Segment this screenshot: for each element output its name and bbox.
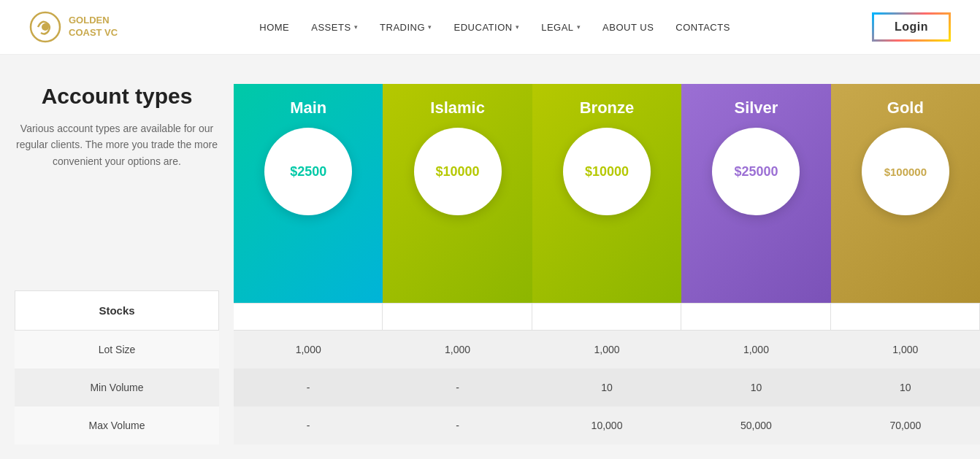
account-types-section: Account types Various account types are … [0,84,980,444]
lot-size-islamic: 1,000 [383,331,532,369]
lot-size-gold: 1,000 [831,331,980,369]
min-volume-bronze: 10 [532,369,681,406]
amount-gold: $100000 [884,166,927,178]
nav-assets[interactable]: ASSETS ▾ [311,22,358,33]
max-volume-main: - [234,406,383,444]
stocks-row-main [234,303,383,331]
account-col-gold: Gold $100000 1,000 10 70,000 [831,84,980,444]
login-button[interactable]: Login [872,12,951,42]
nav-legal[interactable]: LEGAL ▾ [541,22,581,33]
lot-size-silver: 1,000 [681,331,830,369]
amount-bronze: $10000 [585,164,629,180]
left-table: Lot Size Min Volume Max Volume [15,331,219,444]
main-nav: HOME ASSETS ▾ TRADING ▾ EDUCATION ▾ LEGA… [259,22,730,33]
logo-text: GOLDEN COAST VC [69,15,118,39]
account-name-silver: Silver [734,99,778,117]
section-title: Account types [15,84,219,109]
amount-silver: $25000 [734,164,778,180]
amount-circle-silver: $25000 [712,128,800,215]
amount-circle-bronze: $10000 [563,128,651,215]
stocks-row-gold [831,303,980,331]
min-volume-silver: 10 [681,369,830,406]
account-name-islamic: Islamic [430,99,485,117]
account-col-bronze: Bronze $10000 1,000 10 10,000 [532,84,681,444]
stocks-label: Stocks [15,290,219,331]
min-volume-main: - [234,369,383,406]
account-col-silver: Silver $25000 1,000 10 50,000 [681,84,830,444]
amount-islamic: $10000 [436,164,480,180]
row-label-lot-size: Lot Size [15,331,219,369]
account-header-bronze: Bronze $10000 [532,84,681,303]
amount-main: $2500 [290,164,326,180]
account-col-islamic: Islamic $10000 1,000 - - [383,84,532,444]
account-name-bronze: Bronze [580,99,635,117]
account-col-main: Main $2500 1,000 - - [234,84,383,444]
main-content: Account types Various account types are … [0,55,980,459]
svg-point-1 [42,23,49,31]
amount-circle-gold: $100000 [862,128,949,215]
max-volume-gold: 70,000 [831,406,980,444]
account-header-main: Main $2500 [234,84,383,303]
amount-circle-main: $2500 [264,128,352,215]
lot-size-bronze: 1,000 [532,331,681,369]
account-header-islamic: Islamic $10000 [383,84,532,303]
max-volume-bronze: 10,000 [532,406,681,444]
min-volume-gold: 10 [831,369,980,406]
nav-home[interactable]: HOME [259,22,289,33]
nav-education[interactable]: EDUCATION ▾ [454,22,520,33]
max-volume-silver: 50,000 [681,406,830,444]
account-header-silver: Silver $25000 [681,84,830,303]
account-name-gold: Gold [887,99,924,117]
logo[interactable]: GOLDEN COAST VC [29,11,118,43]
stocks-row-silver [681,303,830,331]
nav-trading[interactable]: TRADING ▾ [380,22,432,33]
section-desc: Various account types are available for … [15,120,219,169]
min-volume-islamic: - [383,369,532,406]
nav-contacts[interactable]: CONTACTS [675,22,730,33]
nav-about[interactable]: ABOUT US [602,22,654,33]
chevron-icon: ▾ [516,23,520,31]
row-label-max-volume: Max Volume [15,406,219,444]
stocks-row-islamic [383,303,532,331]
stocks-row-bronze [532,303,681,331]
header: GOLDEN COAST VC HOME ASSETS ▾ TRADING ▾ … [0,0,980,55]
lot-size-main: 1,000 [234,331,383,369]
max-volume-islamic: - [383,406,532,444]
chevron-icon: ▾ [428,23,432,31]
chevron-icon: ▾ [577,23,581,31]
chevron-icon: ▾ [354,23,359,31]
row-label-min-volume: Min Volume [15,369,219,406]
info-panel: Account types Various account types are … [0,84,234,444]
amount-circle-islamic: $10000 [414,128,502,215]
accounts-columns: Main $2500 1,000 - - Islamic $10000 [234,84,980,444]
account-header-gold: Gold $100000 [831,84,980,303]
account-name-main: Main [290,99,326,117]
